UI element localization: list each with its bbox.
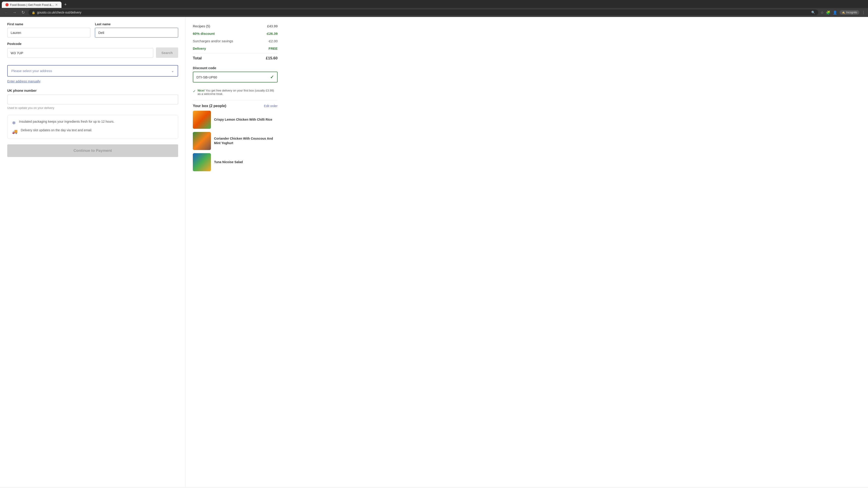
your-box-title: Your box (2 people) (193, 104, 226, 108)
info-delivery-text: Delivery slot updates on the day via tex… (21, 128, 92, 132)
total-value: £15.60 (266, 56, 278, 61)
discount-input-wrapper: DTI-SB-UP60 ✓ (193, 72, 278, 83)
search-icon: 🔍 (811, 11, 815, 14)
continue-to-payment-button[interactable]: Continue to Payment (7, 144, 178, 157)
delivery-row: Delivery FREE (193, 45, 278, 52)
delivery-form: First name Last name Postcode Search Ple… (0, 17, 185, 487)
info-item-delivery: 🚚 Delivery slot updates on the day via t… (12, 128, 174, 134)
discount-row: 60% discount -£26.39 (193, 30, 278, 37)
info-item-packaging: ❄ Insulated packaging keeps your ingredi… (12, 120, 174, 126)
delivery-label: Delivery (193, 46, 206, 51)
nice-message: ✓ Nice! You get free delivery on your fi… (193, 86, 278, 98)
incognito-label: Incognito (846, 11, 857, 14)
discount-value: -£26.39 (266, 32, 278, 35)
tab-title: Food Boxes | Get Fresh Food &... (10, 3, 54, 6)
tab-close-icon[interactable]: ✕ (55, 3, 58, 6)
address-select[interactable]: Please select your address ⌄ (7, 65, 178, 76)
order-summary: Recipes (5) £43.99 60% discount -£26.39 … (185, 17, 285, 487)
page-content: First name Last name Postcode Search Ple… (0, 17, 868, 487)
back-button[interactable]: ← (3, 9, 9, 15)
extensions-icon[interactable]: 🧩 (826, 10, 831, 15)
lock-icon: 🔒 (32, 11, 35, 14)
recipes-label: Recipes (5) (193, 24, 210, 28)
delivery-value: FREE (269, 46, 278, 51)
nice-message-text: Nice! You get free delivery on your firs… (197, 89, 278, 96)
last-name-input[interactable] (95, 28, 178, 37)
surcharges-label: Surcharges and/or savings (193, 39, 233, 43)
recipes-value: £43.99 (267, 24, 278, 28)
truck-icon: 🚚 (12, 129, 18, 134)
nice-bold: Nice! (197, 89, 205, 92)
address-select-placeholder: Please select your address (11, 69, 52, 73)
discount-code-value: DTI-SB-UP60 (196, 75, 270, 79)
address-bar-row: ← → ↻ 🔒 gousto.co.uk/check-out/delivery … (0, 8, 868, 17)
info-packaging-text: Insulated packaging keeps your ingredien… (19, 120, 114, 123)
enter-address-manually-link[interactable]: Enter address manually (7, 79, 40, 83)
recipe-item: Tuna Nicoise Salad (193, 153, 278, 171)
new-tab-button[interactable]: + (62, 1, 68, 8)
recipe-item: Crispy Lemon Chicken With Chilli Rice (193, 111, 278, 129)
recipe-name: Crispy Lemon Chicken With Chilli Rice (214, 118, 272, 122)
postcode-input[interactable] (7, 48, 153, 58)
address-dropdown-wrapper: Please select your address ⌄ (7, 65, 178, 76)
url-text: gousto.co.uk/check-out/delivery (37, 11, 809, 14)
recipes-list: Crispy Lemon Chicken With Chilli RiceCor… (193, 111, 278, 171)
last-name-group: Last name (95, 22, 178, 37)
incognito-badge: 🕵 Incognito (839, 10, 860, 15)
chevron-down-icon: ⌄ (171, 69, 174, 73)
last-name-label: Last name (95, 22, 178, 26)
phone-label: UK phone number (7, 89, 178, 92)
recipe-name: Coriander Chicken With Couscous And Mint… (214, 136, 278, 145)
name-row: First name Last name (7, 22, 178, 37)
recipe-image (193, 111, 211, 129)
search-button[interactable]: Search (156, 47, 178, 58)
discount-code-section: Discount code DTI-SB-UP60 ✓ (193, 66, 278, 83)
recipe-image (193, 132, 211, 150)
info-box: ❄ Insulated packaging keeps your ingredi… (7, 115, 178, 139)
edit-order-link[interactable]: Edit order (264, 104, 278, 108)
recipe-image (193, 153, 211, 171)
first-name-label: First name (7, 22, 90, 26)
tab-favicon (5, 3, 8, 6)
bookmarks-icon[interactable]: ☆ (820, 10, 824, 15)
surcharges-row: Surcharges and/or savings -£2.00 (193, 37, 278, 45)
snowflake-icon: ❄ (12, 120, 16, 126)
browser-tabs: Food Boxes | Get Fresh Food &... ✕ + (0, 0, 868, 8)
active-tab[interactable]: Food Boxes | Get Fresh Food &... ✕ (2, 2, 61, 8)
surcharges-value: -£2.00 (268, 39, 278, 43)
first-name-group: First name (7, 22, 90, 37)
reload-button[interactable]: ↻ (20, 9, 26, 15)
discount-label: 60% discount (193, 32, 215, 35)
nice-check-icon: ✓ (193, 89, 196, 93)
phone-input[interactable] (7, 95, 178, 104)
menu-icon[interactable]: ⋮ (862, 10, 865, 15)
check-icon: ✓ (270, 74, 274, 80)
total-label: Total (193, 56, 202, 61)
recipe-item: Coriander Chicken With Couscous And Mint… (193, 132, 278, 150)
total-row: Total £15.60 (193, 53, 278, 62)
first-name-input[interactable] (7, 28, 90, 37)
phone-hint: Used to update you on your delivery (7, 106, 178, 109)
address-bar[interactable]: 🔒 gousto.co.uk/check-out/delivery 🔍 (29, 9, 818, 15)
toolbar-icons: ☆ 🧩 👤 🕵 Incognito ⋮ (820, 10, 865, 15)
forward-button[interactable]: → (11, 9, 18, 15)
postcode-label: Postcode (7, 42, 178, 46)
recipe-name: Tuna Nicoise Salad (214, 160, 243, 164)
profile-icon[interactable]: 👤 (833, 10, 837, 15)
postcode-row: Search (7, 47, 178, 58)
recipes-row: Recipes (5) £43.99 (193, 22, 278, 30)
discount-code-label: Discount code (193, 66, 278, 70)
your-box-header: Your box (2 people) Edit order (193, 100, 278, 111)
